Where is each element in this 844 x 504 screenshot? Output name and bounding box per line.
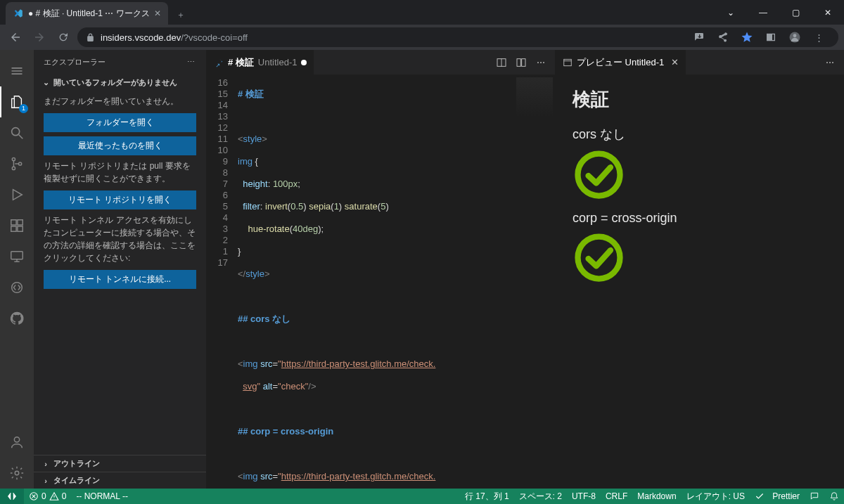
- svg-rect-6: [11, 252, 23, 259]
- remote-explorer-icon[interactable]: [0, 241, 34, 272]
- preview-icon: [563, 58, 573, 67]
- dev-container-icon[interactable]: [0, 272, 34, 303]
- address-bar[interactable]: insiders.vscode.dev/?vscode-coi=off ⋮: [77, 27, 838, 47]
- svg-rect-11: [517, 58, 520, 66]
- svg-point-9: [15, 471, 19, 475]
- chevron-right-icon: ›: [41, 477, 51, 485]
- remote-indicator[interactable]: [0, 489, 24, 504]
- chevron-down-icon[interactable]: ⌄: [715, 0, 747, 25]
- feedback-icon[interactable]: [805, 489, 824, 504]
- side-panel-icon[interactable]: [760, 27, 782, 47]
- editor-tabbar: # 検証 Untitled-1 ⋯: [207, 50, 555, 75]
- editor-pane: # 検証 Untitled-1 ⋯ 16 15 14 13 12 11: [207, 50, 556, 489]
- back-button[interactable]: [6, 27, 25, 47]
- timeline-label: タイムライン: [53, 475, 100, 486]
- problems-status[interactable]: 0 0: [24, 489, 71, 504]
- preview-body: 検証 cors なし corp = cross-origin: [556, 75, 844, 489]
- explorer-icon[interactable]: 1: [0, 86, 34, 117]
- minimize-button[interactable]: ―: [747, 0, 779, 25]
- notifications-icon[interactable]: [824, 489, 844, 504]
- vscode-workbench: 1 エクスプローラー ⋯ ⌄ 開いているフォルダーがありません まだフォルダーを…: [0, 50, 844, 489]
- msg-no-folder: まだフォルダーを開いていません。: [44, 95, 196, 108]
- sidebar-title: エクスプローラー: [44, 57, 106, 67]
- keyboard-layout-status[interactable]: レイアウト: US: [682, 489, 750, 504]
- editor-more-icon[interactable]: ⋯: [534, 56, 548, 70]
- preview-tab[interactable]: プレビュー Untitled-1 ✕: [556, 50, 686, 75]
- eol-status[interactable]: CRLF: [601, 489, 632, 504]
- vim-mode-status[interactable]: -- NORMAL --: [71, 489, 133, 504]
- code-body[interactable]: 16 15 14 13 12 11 10 9 8 7 6 5 4 3 2 1 1: [207, 75, 555, 489]
- run-debug-icon[interactable]: [0, 179, 34, 210]
- editor-tab[interactable]: # 検証 Untitled-1: [207, 50, 314, 75]
- status-bar: 0 0 -- NORMAL -- 行 17、列 1 スペース: 2 UTF-8 …: [0, 489, 844, 504]
- check-image-cors: [573, 148, 625, 201]
- source-control-icon[interactable]: [0, 148, 34, 179]
- close-tab-icon[interactable]: ✕: [154, 8, 161, 18]
- open-preview-side-icon[interactable]: [494, 56, 509, 70]
- preview-h1: 検証: [573, 87, 827, 112]
- close-icon[interactable]: ✕: [671, 57, 679, 67]
- tab-filename: Untitled-1: [258, 57, 298, 67]
- svg-rect-13: [564, 59, 572, 65]
- bookmark-star-icon[interactable]: [736, 27, 758, 47]
- svg-point-8: [14, 437, 19, 442]
- sidebar-more-icon[interactable]: ⋯: [187, 58, 196, 67]
- svg-point-2: [12, 128, 20, 136]
- editor-actions: ⋯: [494, 56, 555, 70]
- split-editor-icon[interactable]: [514, 56, 528, 70]
- close-window-button[interactable]: ✕: [812, 0, 844, 25]
- svg-point-5: [18, 162, 21, 165]
- preview-h2-cors: cors なし: [573, 126, 827, 143]
- preview-h2-corp: corp = cross-origin: [573, 211, 827, 226]
- prettier-status[interactable]: Prettier: [750, 489, 805, 504]
- settings-gear-icon[interactable]: [0, 458, 34, 489]
- timeline-section[interactable]: ›タイムライン: [34, 472, 206, 489]
- chevron-down-icon: ⌄: [41, 78, 51, 87]
- check-image-corp: [573, 231, 625, 284]
- open-folder-button[interactable]: フォルダーを開く: [44, 113, 196, 132]
- tab-label: # 検証: [228, 56, 254, 69]
- share-icon[interactable]: [712, 27, 734, 47]
- browser-tab[interactable]: ● # 検証 · Untitled-1 ⋯ ワークス ✕: [6, 2, 168, 25]
- browser-tab-title: ● # 検証 · Untitled-1 ⋯ ワークス: [28, 8, 150, 20]
- no-folder-section-header[interactable]: ⌄ 開いているフォルダーがありません: [34, 75, 206, 91]
- msg-tunnel: リモート トンネル アクセスを有効にしたコンピューターに接続する場合や、その方法…: [44, 214, 196, 264]
- code-lines: # 検証 <style> img { height: 100px; filter…: [238, 75, 516, 489]
- dirty-indicator-icon: [301, 60, 307, 65]
- kebab-menu-icon[interactable]: ⋮: [807, 27, 830, 47]
- lock-icon: [86, 33, 95, 42]
- warning-count: 0: [62, 491, 67, 501]
- preview-more-icon[interactable]: ⋯: [826, 58, 844, 67]
- maximize-button[interactable]: ▢: [779, 0, 812, 25]
- install-app-icon[interactable]: [688, 27, 710, 47]
- outline-section[interactable]: ›アウトライン: [34, 455, 206, 472]
- search-icon[interactable]: [0, 117, 34, 148]
- preview-tabbar: プレビュー Untitled-1 ✕ ⋯: [556, 50, 844, 75]
- accounts-icon[interactable]: [0, 427, 34, 458]
- error-count: 0: [41, 491, 46, 501]
- msg-remote-repo: リモート リポジトリまたは pull 要求を複製せずに開くことができます。: [44, 160, 196, 185]
- connect-tunnel-button[interactable]: リモート トンネルに接続...: [44, 270, 196, 289]
- forward-button[interactable]: [30, 27, 49, 47]
- vscode-favicon: [13, 8, 24, 19]
- svg-point-14: [578, 154, 620, 196]
- preview-tab-label: プレビュー Untitled-1: [577, 56, 664, 69]
- reload-button[interactable]: [53, 27, 73, 47]
- cursor-position[interactable]: 行 17、列 1: [460, 489, 514, 504]
- encoding-status[interactable]: UTF-8: [567, 489, 601, 504]
- sidebar-title-row: エクスプローラー ⋯: [34, 50, 206, 75]
- menu-icon[interactable]: [0, 56, 34, 86]
- profile-avatar-icon[interactable]: [784, 27, 806, 47]
- open-remote-repo-button[interactable]: リモート リポジトリを開く: [44, 190, 196, 209]
- explorer-sidebar: エクスプローラー ⋯ ⌄ 開いているフォルダーがありません まだフォルダーを開い…: [34, 50, 207, 489]
- extensions-icon[interactable]: [0, 210, 34, 241]
- open-recent-button[interactable]: 最近使ったものを開く: [44, 136, 196, 155]
- window-controls: ⌄ ― ▢ ✕: [715, 0, 844, 25]
- new-tab-button[interactable]: ＋: [171, 5, 191, 25]
- indent-status[interactable]: スペース: 2: [514, 489, 567, 504]
- github-icon[interactable]: [0, 303, 34, 334]
- minimap[interactable]: [516, 75, 555, 489]
- address-row: insiders.vscode.dev/?vscode-coi=off ⋮: [0, 25, 844, 50]
- browser-tab-strip: ● # 検証 · Untitled-1 ⋯ ワークス ✕ ＋ ⌄ ― ▢ ✕: [0, 0, 844, 25]
- language-mode-status[interactable]: Markdown: [632, 489, 681, 504]
